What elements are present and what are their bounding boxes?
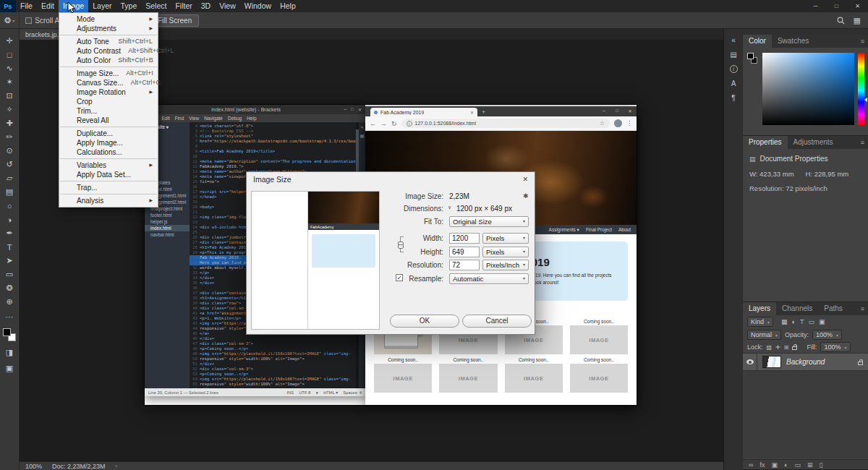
background-layer-row[interactable]: Background (743, 354, 868, 371)
add-layer-mask-icon[interactable]: ▣ (771, 461, 778, 469)
maximize-button[interactable]: □ (826, 0, 847, 12)
card-image-placeholder[interactable]: IMAGE (570, 364, 628, 393)
tab-layers[interactable]: Layers (743, 302, 776, 315)
menubar-item-select[interactable]: Select (141, 0, 171, 12)
brackets-menu-find[interactable]: Find (175, 116, 184, 121)
image-menu-item-trap[interactable]: Trap... (59, 183, 158, 192)
menubar-item-help[interactable]: Help (276, 0, 300, 12)
cancel-button[interactable]: Cancel (462, 315, 532, 328)
image-menu-item-variables[interactable]: Variables▶ (59, 161, 158, 170)
menubar-item-type[interactable]: Type (116, 0, 141, 12)
image-menu-item-auto-contrast[interactable]: Auto ContrastAlt+Shift+Ctrl+L (59, 46, 158, 56)
history-brush-tool[interactable]: ↺ (0, 158, 20, 171)
menubar-item-edit[interactable]: Edit (37, 0, 59, 12)
opacity-dropdown[interactable]: 100% ▾ (812, 330, 842, 340)
zoom-level[interactable]: 100% (25, 463, 42, 470)
hue-slider[interactable] (858, 53, 864, 125)
tool-preset-picker[interactable]: ❂ ▾ (0, 12, 20, 29)
blur-tool[interactable]: ○ (0, 199, 20, 213)
scroll-all-windows-checkbox[interactable] (25, 17, 32, 24)
dimensions-chevron-icon[interactable]: ∨ (448, 205, 451, 210)
tab-adjustments[interactable]: Adjustments (788, 136, 839, 149)
resolution-unit-dropdown[interactable]: Pixels/Inch ▾ (482, 260, 529, 270)
card-image-placeholder[interactable]: IMAGE (374, 364, 432, 393)
resolution-input[interactable]: 72 (449, 260, 480, 270)
gradient-tool[interactable]: ▤ (0, 185, 20, 199)
menubar-item-window[interactable]: Window (240, 0, 276, 12)
filter-pixel-layers-icon[interactable]: ▦ (781, 318, 788, 325)
color-swatches[interactable] (3, 328, 16, 341)
panel-menu-icon[interactable]: ≡ (856, 302, 868, 315)
delete-layer-icon[interactable]: ▯ (819, 461, 822, 469)
status-item-2[interactable]: HTML ▾ (323, 390, 338, 395)
image-menu-item-image-rotation[interactable]: Image Rotation▶ (59, 87, 158, 97)
tab-swatches[interactable]: Swatches (772, 35, 814, 48)
brackets-menu-debug[interactable]: Debug (228, 116, 242, 121)
menubar-item-filter[interactable]: Filter (171, 0, 196, 12)
status-item-3[interactable]: Spaces: 4 (343, 390, 362, 395)
image-menu-item-apply-data-set[interactable]: Apply Data Set... (59, 170, 158, 179)
saturation-brightness-picker[interactable] (762, 53, 854, 125)
layer-kind-dropdown[interactable]: Kind ▾ (747, 317, 773, 327)
image-menu-item-adjustments[interactable]: Adjustments▶ (59, 24, 158, 33)
new-group-icon[interactable]: ▭ (794, 461, 801, 469)
layer-effects-icon[interactable]: fx (760, 461, 765, 469)
image-menu-item-calculations[interactable]: Calculations... (59, 148, 158, 157)
pen-tool[interactable]: ✒ (0, 226, 20, 240)
workspace-icon[interactable]: ▦ (854, 16, 861, 25)
quick-mask-icon[interactable]: ◨ (0, 346, 20, 359)
type-tool[interactable]: T (0, 240, 20, 254)
image-menu-item-reveal-all[interactable]: Reveal All (59, 116, 158, 125)
hand-tool[interactable]: ❂ (0, 281, 20, 295)
image-menu-item-auto-tone[interactable]: Auto ToneShift+Ctrl+L (59, 37, 158, 46)
tab-properties[interactable]: Properties (743, 136, 788, 149)
image-menu-item-canvas-size[interactable]: Canvas Size...Alt+Ctrl+C (59, 78, 158, 87)
brackets-menu-view[interactable]: View (189, 116, 199, 121)
minimize-button[interactable]: ─ (805, 0, 826, 12)
status-item-0[interactable]: INS (287, 390, 294, 395)
panel-menu-icon[interactable]: ≡ (856, 136, 868, 149)
filter-adjustment-layers-icon[interactable]: ◐ (792, 318, 796, 325)
image-menu-item-auto-color[interactable]: Auto ColorShift+Ctrl+B (59, 56, 158, 65)
new-layer-icon[interactable]: ⊞ (807, 461, 813, 469)
brackets-menu-edit[interactable]: Edit (161, 116, 169, 121)
filter-smart-objects-icon[interactable]: ▣ (819, 318, 825, 325)
card-image-placeholder[interactable]: IMAGE (570, 325, 628, 354)
menubar-item-view[interactable]: View (215, 0, 240, 12)
image-menu-item-analysis[interactable]: Analysis▶ (59, 196, 158, 205)
nav-link-final-project[interactable]: Final Project (586, 227, 612, 233)
tab-paths[interactable]: Paths (818, 302, 848, 315)
resample-dropdown[interactable]: Automatic ▾ (449, 273, 529, 284)
file-item-index-html[interactable]: index.html (145, 225, 190, 231)
foreground-color-swatch[interactable] (3, 328, 11, 336)
close-button[interactable]: ✕ (847, 0, 868, 12)
zoom-tool[interactable]: ⊕ (0, 295, 20, 309)
tab-channels[interactable]: Channels (776, 302, 818, 315)
lock-position-icon[interactable]: ⊞ (784, 344, 789, 351)
ok-button[interactable]: OK (390, 315, 459, 328)
dialog-titlebar[interactable]: Image Size ✕ (247, 172, 535, 187)
eraser-tool[interactable]: ▱ (0, 171, 20, 185)
file-item-navbar-html[interactable]: navbar.html (145, 231, 190, 238)
crop-tool[interactable]: ⊡ (0, 89, 20, 103)
brackets-menu-navigate[interactable]: Navigate (204, 116, 223, 121)
card-image-placeholder[interactable]: IMAGE (505, 364, 563, 393)
menubar-item-3d[interactable]: 3D (197, 0, 215, 12)
character-panel-icon[interactable]: A (731, 80, 736, 87)
lasso-tool[interactable]: ∿ (0, 61, 20, 75)
image-menu-item-crop[interactable]: Crop (59, 97, 158, 106)
move-tool[interactable]: ✛ (0, 34, 20, 48)
lock-transparency-icon[interactable]: ▨ (767, 344, 773, 351)
mini-foreground-swatch[interactable] (747, 53, 754, 59)
nav-link-about[interactable]: About (618, 227, 631, 233)
marquee-tool[interactable]: □ (0, 48, 20, 61)
fill-dropdown[interactable]: 100% ▾ (820, 342, 850, 352)
filter-type-layers-icon[interactable]: T (800, 318, 804, 325)
panel-menu-icon[interactable]: ≡ (856, 35, 868, 48)
brush-tool[interactable]: ✏ (0, 130, 20, 144)
history-panel-icon[interactable]: ▤ (730, 51, 736, 59)
layer-visibility-toggle[interactable] (743, 354, 757, 371)
tab-color[interactable]: Color (743, 35, 772, 48)
mini-color-swatches[interactable] (747, 53, 759, 67)
height-input[interactable]: 649 (449, 247, 480, 257)
